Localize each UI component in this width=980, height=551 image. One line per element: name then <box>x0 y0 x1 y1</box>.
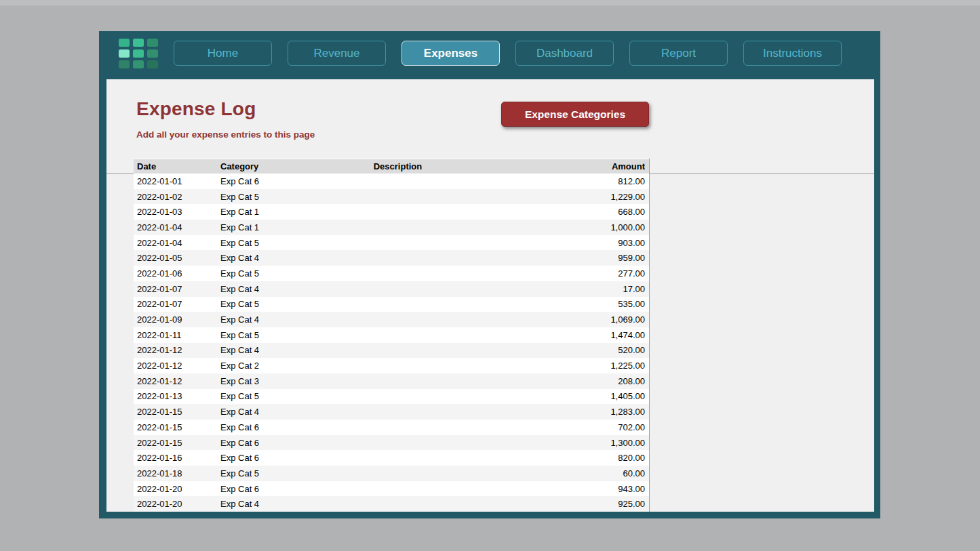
table-row: 2022-01-07Exp Cat 5535.00 <box>134 297 649 312</box>
cell-category[interactable]: Exp Cat 2 <box>217 361 305 371</box>
table-right-border <box>649 159 650 512</box>
table-row: 2022-01-20Exp Cat 6943.00 <box>134 481 649 497</box>
tab-expenses[interactable]: Expenses <box>401 41 500 66</box>
cell-date[interactable]: 2022-01-18 <box>134 468 217 478</box>
cell-category[interactable]: Exp Cat 5 <box>217 391 305 401</box>
column-header-date[interactable]: Date <box>134 161 217 171</box>
sheet-area: Expense Log Add all your expense entries… <box>106 79 874 512</box>
cell-date[interactable]: 2022-01-01 <box>134 176 217 186</box>
cell-amount[interactable]: 943.00 <box>490 484 649 494</box>
cell-category[interactable]: Exp Cat 4 <box>217 284 305 294</box>
table-header-row: Date Category Description Amount <box>134 159 649 174</box>
table-row: 2022-01-15Exp Cat 61,300.00 <box>134 435 649 451</box>
desktop-background-strip <box>0 0 980 5</box>
cell-amount[interactable]: 60.00 <box>490 468 649 478</box>
cell-date[interactable]: 2022-01-03 <box>134 207 217 217</box>
cell-date[interactable]: 2022-01-15 <box>134 407 217 417</box>
cell-amount[interactable]: 1,474.00 <box>490 330 649 340</box>
cell-date[interactable]: 2022-01-04 <box>134 222 217 232</box>
cell-category[interactable]: Exp Cat 3 <box>217 376 305 386</box>
tab-dashboard[interactable]: Dashboard <box>515 41 614 66</box>
grid-logo-icon <box>119 39 158 68</box>
cell-amount[interactable]: 702.00 <box>490 422 649 432</box>
cell-category[interactable]: Exp Cat 5 <box>217 238 305 248</box>
table-row: 2022-01-04Exp Cat 5903.00 <box>134 235 649 251</box>
cell-date[interactable]: 2022-01-15 <box>134 422 217 432</box>
cell-date[interactable]: 2022-01-12 <box>134 376 217 386</box>
cell-category[interactable]: Exp Cat 6 <box>217 422 305 432</box>
tab-revenue[interactable]: Revenue <box>288 41 386 66</box>
cell-category[interactable]: Exp Cat 4 <box>217 407 305 417</box>
cell-category[interactable]: Exp Cat 4 <box>217 345 305 355</box>
column-header-category[interactable]: Category <box>217 161 305 171</box>
cell-category[interactable]: Exp Cat 6 <box>217 176 305 186</box>
cell-category[interactable]: Exp Cat 5 <box>217 268 305 279</box>
cell-category[interactable]: Exp Cat 5 <box>217 299 305 309</box>
logo-square <box>147 60 158 68</box>
cell-amount[interactable]: 812.00 <box>490 176 649 186</box>
cell-category[interactable]: Exp Cat 6 <box>217 484 305 494</box>
logo-square <box>133 60 144 68</box>
column-header-description[interactable]: Description <box>305 161 490 171</box>
table-row: 2022-01-12Exp Cat 3208.00 <box>134 373 649 389</box>
tab-report[interactable]: Report <box>629 41 728 66</box>
cell-date[interactable]: 2022-01-05 <box>134 253 217 263</box>
cell-amount[interactable]: 925.00 <box>490 499 649 509</box>
cell-date[interactable]: 2022-01-02 <box>134 192 217 202</box>
cell-amount[interactable]: 1,300.00 <box>490 438 649 448</box>
cell-amount[interactable]: 277.00 <box>490 268 649 279</box>
cell-date[interactable]: 2022-01-06 <box>134 268 217 279</box>
table-row: 2022-01-09Exp Cat 41,069.00 <box>134 312 649 327</box>
cell-category[interactable]: Exp Cat 5 <box>217 330 305 340</box>
cell-category[interactable]: Exp Cat 6 <box>217 453 305 463</box>
cell-amount[interactable]: 1,229.00 <box>490 192 649 202</box>
cell-amount[interactable]: 208.00 <box>490 376 649 386</box>
cell-date[interactable]: 2022-01-07 <box>134 299 217 309</box>
table-row: 2022-01-20Exp Cat 4925.00 <box>134 496 649 512</box>
cell-date[interactable]: 2022-01-15 <box>134 438 217 448</box>
cell-date[interactable]: 2022-01-09 <box>134 314 217 325</box>
column-header-amount[interactable]: Amount <box>490 161 649 171</box>
nav-tabs: HomeRevenueExpensesDashboardReportInstru… <box>174 41 842 66</box>
cell-date[interactable]: 2022-01-11 <box>134 330 217 340</box>
cell-amount[interactable]: 959.00 <box>490 253 649 263</box>
table-row: 2022-01-04Exp Cat 11,000.00 <box>134 220 649 235</box>
cell-amount[interactable]: 1,283.00 <box>490 407 649 417</box>
table-body: 2022-01-01Exp Cat 6812.002022-01-02Exp C… <box>134 174 649 512</box>
tab-home[interactable]: Home <box>174 41 272 66</box>
cell-date[interactable]: 2022-01-20 <box>134 499 217 509</box>
cell-amount[interactable]: 1,069.00 <box>490 314 649 325</box>
cell-date[interactable]: 2022-01-16 <box>134 453 217 463</box>
cell-date[interactable]: 2022-01-12 <box>134 345 217 355</box>
cell-date[interactable]: 2022-01-12 <box>134 361 217 371</box>
cell-category[interactable]: Exp Cat 1 <box>217 222 305 232</box>
cell-date[interactable]: 2022-01-07 <box>134 284 217 294</box>
cell-amount[interactable]: 820.00 <box>490 453 649 463</box>
cell-amount[interactable]: 903.00 <box>490 238 649 248</box>
cell-date[interactable]: 2022-01-13 <box>134 391 217 401</box>
expense-categories-button[interactable]: Expense Categories <box>501 102 649 127</box>
logo-square <box>147 49 158 58</box>
cell-amount[interactable]: 1,000.00 <box>490 222 649 232</box>
cell-amount[interactable]: 520.00 <box>490 345 649 355</box>
app-window: HomeRevenueExpensesDashboardReportInstru… <box>99 31 880 518</box>
cell-amount[interactable]: 668.00 <box>490 207 649 217</box>
tab-instructions[interactable]: Instructions <box>743 41 842 66</box>
table-row: 2022-01-13Exp Cat 51,405.00 <box>134 389 649 405</box>
cell-amount[interactable]: 1,225.00 <box>490 361 649 371</box>
cell-amount[interactable]: 1,405.00 <box>490 391 649 401</box>
table-row: 2022-01-01Exp Cat 6812.00 <box>134 174 649 189</box>
cell-category[interactable]: Exp Cat 5 <box>217 468 305 478</box>
cell-category[interactable]: Exp Cat 5 <box>217 192 305 202</box>
table-row: 2022-01-12Exp Cat 4520.00 <box>134 343 649 359</box>
table-row: 2022-01-15Exp Cat 6702.00 <box>134 420 649 435</box>
cell-date[interactable]: 2022-01-04 <box>134 238 217 248</box>
cell-amount[interactable]: 535.00 <box>490 299 649 309</box>
cell-category[interactable]: Exp Cat 4 <box>217 499 305 509</box>
cell-amount[interactable]: 17.00 <box>490 284 649 294</box>
cell-category[interactable]: Exp Cat 4 <box>217 253 305 263</box>
cell-category[interactable]: Exp Cat 6 <box>217 438 305 448</box>
cell-category[interactable]: Exp Cat 4 <box>217 314 305 325</box>
cell-category[interactable]: Exp Cat 1 <box>217 207 305 217</box>
cell-date[interactable]: 2022-01-20 <box>134 484 217 494</box>
